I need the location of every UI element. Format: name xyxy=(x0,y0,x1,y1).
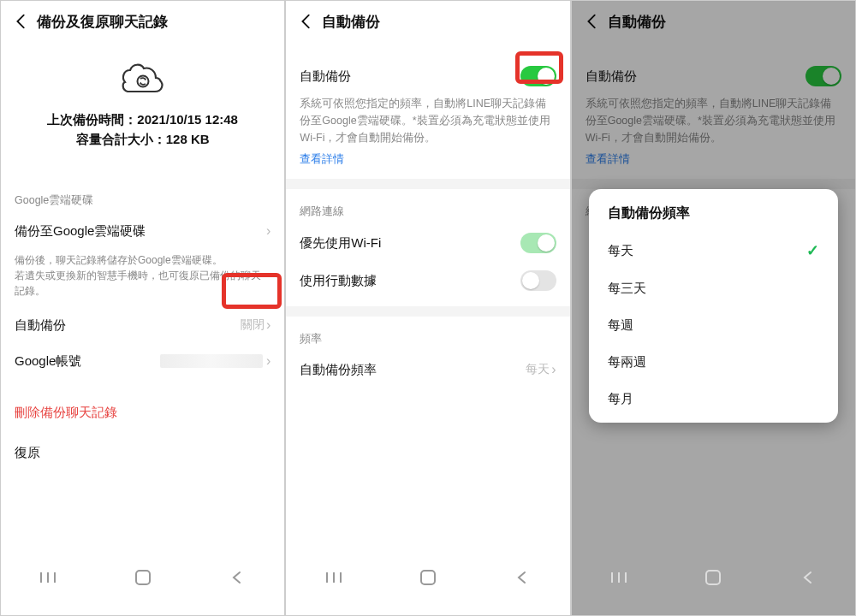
auto-backup-toggle-row: 自動備份 xyxy=(286,57,569,95)
dialog-title: 自動備份頻率 xyxy=(589,204,838,231)
chevron-right-icon: › xyxy=(266,223,270,239)
frequency-value: 每天 xyxy=(526,362,550,377)
auto-backup-desc: 系統可依照您指定的頻率，自動將LINE聊天記錄備份至Google雲端硬碟。*裝置… xyxy=(286,95,569,146)
check-icon: ✓ xyxy=(806,241,819,260)
panel-backup-restore: 備份及復原聊天記錄 上次備份時間：2021/10/15 12:48 容量合計大小… xyxy=(0,0,285,616)
svg-rect-4 xyxy=(136,571,150,584)
panel-auto-backup-dialog: 自動備份 自動備份 系統可依照您指定的頻率，自動將LINE聊天記錄備份至Goog… xyxy=(571,0,856,616)
back-icon[interactable] xyxy=(6,6,37,37)
android-nav-bar xyxy=(286,560,569,598)
backup-to-google-row[interactable]: 備份至Google雲端硬碟 › xyxy=(1,213,284,249)
panel-auto-backup: 自動備份 自動備份 系統可依照您指定的頻率，自動將LINE聊天記錄備份至Goog… xyxy=(285,0,570,616)
delete-backup-row[interactable]: 刪除備份聊天記錄 xyxy=(1,393,284,433)
svg-rect-12 xyxy=(706,571,720,584)
nav-home-icon[interactable] xyxy=(402,569,454,590)
use-mobile-data-row: 使用行動數據 xyxy=(286,262,569,299)
last-backup-time: 上次備份時間：2021/10/15 12:48 xyxy=(8,110,277,130)
section-frequency: 頻率 xyxy=(286,327,569,352)
backup-size: 容量合計大小：128 KB xyxy=(8,130,277,150)
nav-back-icon[interactable] xyxy=(496,570,548,589)
nav-back-icon[interactable] xyxy=(211,570,263,589)
nav-recents-icon[interactable] xyxy=(22,571,74,589)
nav-home-icon[interactable] xyxy=(687,569,739,590)
chevron-right-icon: › xyxy=(266,353,270,369)
page-title: 備份及復原聊天記錄 xyxy=(37,12,168,32)
mobile-data-toggle[interactable] xyxy=(520,270,556,291)
freq-option-biweekly[interactable]: 每兩週 xyxy=(589,344,838,381)
view-details-link[interactable]: 查看詳情 xyxy=(286,146,569,179)
header: 自動備份 xyxy=(286,1,569,42)
chevron-right-icon: › xyxy=(551,362,556,377)
section-network: 網路連線 xyxy=(286,199,569,224)
freq-option-weekly[interactable]: 每週 xyxy=(589,307,838,344)
page-title: 自動備份 xyxy=(322,12,380,32)
back-icon[interactable] xyxy=(291,6,322,37)
prefer-wifi-row: 優先使用Wi-Fi xyxy=(286,224,569,262)
restore-row[interactable]: 復原 xyxy=(1,433,284,473)
account-value-redacted xyxy=(160,354,263,368)
auto-backup-value: 關閉 xyxy=(241,317,265,333)
android-nav-bar xyxy=(572,560,855,598)
nav-back-icon[interactable] xyxy=(782,570,834,589)
svg-rect-8 xyxy=(421,571,435,584)
nav-recents-icon[interactable] xyxy=(308,571,360,589)
chevron-right-icon: › xyxy=(266,317,270,333)
cloud-sync-icon xyxy=(1,61,284,98)
android-nav-bar xyxy=(1,560,284,598)
wifi-toggle[interactable] xyxy=(520,233,556,253)
backup-frequency-row[interactable]: 自動備份頻率 每天 › xyxy=(286,352,569,388)
nav-recents-icon[interactable] xyxy=(593,571,645,589)
freq-option-monthly[interactable]: 每月 xyxy=(589,381,838,418)
backup-info: 上次備份時間：2021/10/15 12:48 容量合計大小：128 KB xyxy=(1,110,284,149)
freq-option-every3days[interactable]: 每三天 xyxy=(589,270,838,307)
nav-home-icon[interactable] xyxy=(117,569,169,590)
freq-option-daily[interactable]: 每天 ✓ xyxy=(589,231,838,270)
auto-backup-row[interactable]: 自動備份 關閉 › xyxy=(1,307,284,343)
google-account-row[interactable]: Google帳號 › xyxy=(1,343,284,379)
backup-desc: 備份後，聊天記錄將儲存於Google雲端硬碟。 若遺失或更換新的智慧手機時，也可… xyxy=(1,249,284,307)
frequency-dialog: 自動備份頻率 每天 ✓ 每三天 每週 每兩週 每月 xyxy=(589,189,838,423)
auto-backup-toggle[interactable] xyxy=(520,66,556,86)
section-google-drive: Google雲端硬碟 xyxy=(1,188,284,213)
header: 備份及復原聊天記錄 xyxy=(1,1,284,42)
